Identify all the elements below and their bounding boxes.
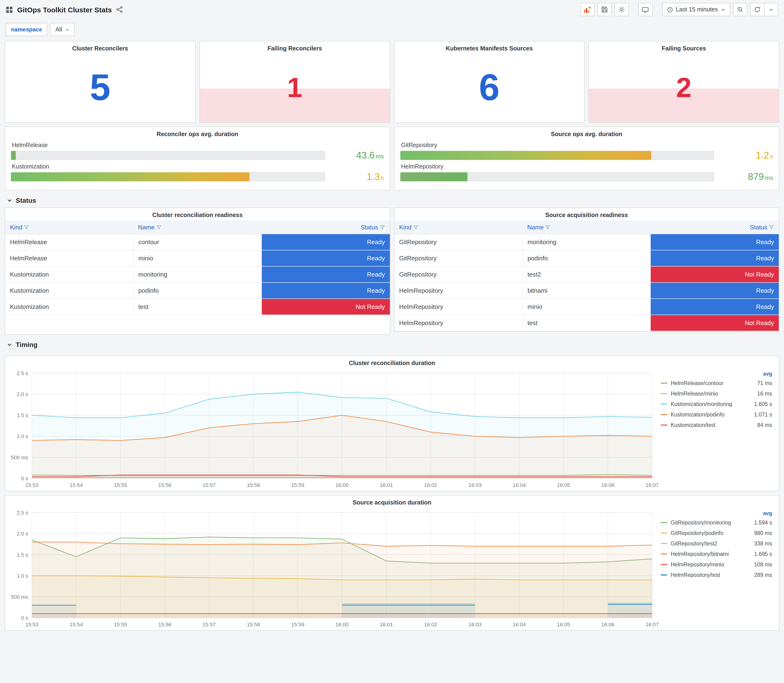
table-row: GitRepositorymonitoringReady	[394, 234, 779, 250]
refresh-button[interactable]	[750, 3, 765, 16]
svg-text:0 s: 0 s	[21, 476, 28, 481]
cell-name: minio	[133, 250, 261, 266]
legend-item[interactable]: HelmRelease/contour71 ms	[661, 378, 772, 388]
series-color-swatch	[661, 522, 667, 523]
svg-text:16:00: 16:00	[335, 482, 348, 488]
timeseries-plot-source-acquisition[interactable]: 0 s500 ms1.0 s1.5 s2.0 s2.5 s15:5315:541…	[6, 508, 659, 629]
stat-value: 2	[589, 52, 779, 122]
timeseries-svg[interactable]: 0 s500 ms1.0 s1.5 s2.0 s2.5 s15:5315:541…	[6, 369, 659, 490]
legend-item[interactable]: Kustomization/monitoring1.605 s	[661, 399, 772, 409]
svg-text:16:05: 16:05	[557, 622, 570, 628]
table-row: GitRepositorytest2Not Ready	[394, 266, 779, 282]
share-icon[interactable]	[116, 6, 123, 13]
table-row: KustomizationmonitoringReady	[5, 266, 390, 282]
panel-title: Source ops avg. duration	[400, 127, 773, 139]
table-row: HelmRepositoryminioReady	[394, 299, 779, 315]
cell-kind: GitRepository	[394, 234, 523, 250]
readiness-table: KindNameStatusGitRepositorymonitoringRea…	[394, 220, 779, 331]
chart-legend: avgHelmRelease/contour71 msHelmRelease/m…	[659, 369, 778, 490]
gauge-row: HelmRelease 43.6ms	[11, 142, 384, 161]
svg-text:16:03: 16:03	[468, 482, 481, 488]
series-name: Kustomization/podinfo	[671, 412, 751, 417]
gauge-fill	[400, 172, 468, 181]
namespace-select[interactable]: All	[50, 23, 75, 36]
legend-item[interactable]: Kustomization/test84 ms	[661, 420, 772, 430]
column-header-kind[interactable]: Kind	[5, 220, 133, 234]
column-header-name[interactable]: Name	[523, 220, 651, 234]
svg-text:2.0 s: 2.0 s	[17, 391, 28, 397]
legend-item[interactable]: HelmRepository/test289 ms	[661, 570, 772, 580]
gauge-label: HelmRelease	[12, 142, 383, 149]
svg-text:16:04: 16:04	[513, 482, 526, 488]
chevron-down-icon	[721, 7, 725, 12]
panel-source-ops-avg-duration: Source ops avg. duration GitRepository 1…	[394, 127, 779, 191]
series-name: HelmRelease/minio	[671, 391, 754, 396]
legend-item[interactable]: GitRepository/test2338 ms	[661, 538, 772, 549]
column-header-kind[interactable]: Kind	[394, 220, 523, 234]
svg-text:16:02: 16:02	[424, 622, 437, 628]
svg-text:15:57: 15:57	[202, 482, 216, 488]
column-header-status[interactable]: Status	[651, 220, 779, 234]
zoom-out-time-button[interactable]	[733, 3, 747, 16]
series-avg-value: 338 ms	[754, 541, 772, 547]
gauge-label: HelmRepository	[401, 163, 772, 170]
gauge-fill	[11, 151, 16, 160]
dashboard-settings-button[interactable]	[614, 3, 629, 16]
gauge-row: GitRepository 1.2s	[400, 142, 773, 161]
cycle-view-button[interactable]	[638, 3, 653, 16]
timeseries-plot-cluster-reconciliation[interactable]: 0 s500 ms1.0 s1.5 s2.0 s2.5 s15:5315:541…	[6, 369, 659, 490]
add-panel-button[interactable]	[580, 3, 595, 16]
series-avg-value: 16 ms	[757, 391, 772, 396]
cell-kind: HelmRelease	[5, 234, 133, 250]
series-color-swatch	[661, 574, 667, 576]
table-row: HelmRepositorybitnamiReady	[394, 282, 779, 299]
svg-text:15:53: 15:53	[25, 482, 38, 488]
svg-text:500 ms: 500 ms	[11, 455, 28, 460]
series-name: Kustomization/test	[671, 422, 754, 428]
refresh-interval-dropdown[interactable]	[764, 3, 778, 16]
chart-legend: avgGitRepository/monitoring1.594 sGitRep…	[659, 508, 778, 629]
section-row-timing[interactable]: Timing	[0, 335, 784, 352]
table-row: HelmReleaseminioReady	[5, 250, 390, 266]
table-row: GitRepositorypodinfoReady	[394, 250, 779, 266]
column-header-status[interactable]: Status	[261, 220, 390, 234]
gauge-value: 43.6ms	[330, 150, 384, 161]
save-dashboard-button[interactable]	[597, 3, 612, 16]
panel-title: Cluster reconciliation duration	[5, 356, 779, 369]
section-row-status[interactable]: Status	[0, 191, 784, 207]
stat-value: 1	[200, 52, 390, 122]
legend-item[interactable]: HelmRepository/bitnami1.695 s	[661, 549, 772, 559]
panel-title: Cluster reconciliation readiness	[5, 208, 390, 220]
legend-item[interactable]: HelmRelease/minio16 ms	[661, 388, 772, 399]
tables-row: Cluster reconciliation readiness KindNam…	[0, 207, 784, 335]
filter-funnel-icon	[413, 224, 418, 230]
svg-text:16:04: 16:04	[513, 622, 526, 628]
svg-text:16:07: 16:07	[646, 622, 659, 628]
gauge-fill	[11, 172, 249, 181]
series-avg-value: 289 ms	[754, 572, 772, 578]
svg-text:16:00: 16:00	[335, 622, 348, 628]
series-name: Kustomization/monitoring	[671, 401, 751, 407]
svg-text:15:58: 15:58	[247, 622, 260, 628]
svg-text:15:54: 15:54	[70, 622, 83, 628]
dashboards-grid-icon[interactable]	[6, 6, 13, 13]
svg-text:15:53: 15:53	[25, 622, 38, 628]
gauge-fill	[400, 151, 651, 160]
namespace-selected-value: All	[56, 26, 62, 33]
legend-item[interactable]: GitRepository/podinfo980 ms	[661, 528, 772, 538]
gauge-track	[400, 172, 714, 181]
variable-label-namespace[interactable]: namespace	[6, 23, 47, 36]
svg-text:16:06: 16:06	[601, 482, 614, 488]
series-avg-value: 1.605 s	[754, 401, 772, 407]
column-header-name[interactable]: Name	[133, 220, 261, 234]
cell-name: test2	[523, 266, 651, 282]
time-picker[interactable]: Last 15 minutes	[662, 3, 730, 16]
timeseries-svg[interactable]: 0 s500 ms1.0 s1.5 s2.0 s2.5 s15:5315:541…	[6, 508, 659, 629]
panel-reconciler-ops-avg-duration: Reconciler ops avg. duration HelmRelease…	[5, 127, 390, 191]
legend-item[interactable]: GitRepository/monitoring1.594 s	[661, 517, 772, 528]
svg-text:16:02: 16:02	[424, 482, 437, 488]
section-title: Timing	[16, 341, 37, 348]
cell-kind: Kustomization	[5, 299, 133, 315]
legend-item[interactable]: HelmRepository/minio108 ms	[661, 559, 772, 570]
legend-item[interactable]: Kustomization/podinfo1.071 s	[661, 409, 772, 420]
